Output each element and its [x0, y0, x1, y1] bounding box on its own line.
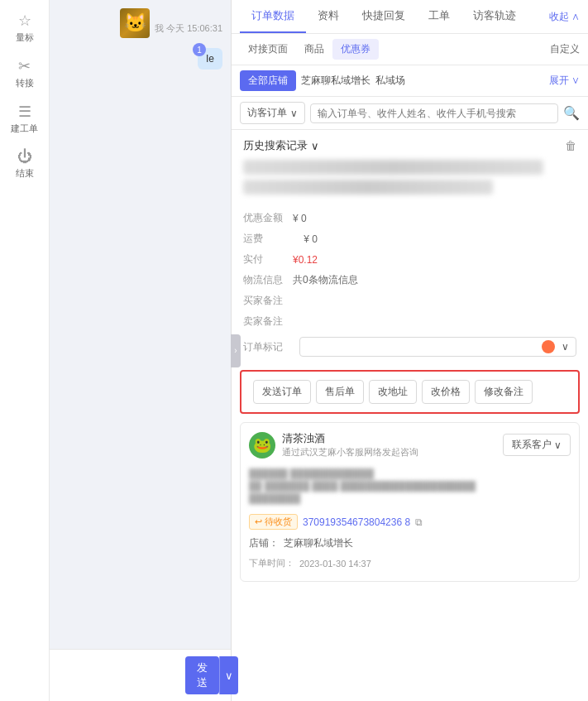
- right-panel: 订单数据 资料 快捷回复 工单 访客轨迹 收起 ∧ 对接页面 商品 优惠券 自定…: [232, 0, 588, 701]
- waiting-badge: ↩ 待收货: [249, 514, 298, 530]
- mark-dot: [542, 340, 555, 353]
- after-sale-button[interactable]: 售后单: [316, 380, 364, 404]
- buyer-note-label: 买家备注: [243, 294, 293, 308]
- order-mark-row: 订单标记 ∨: [243, 332, 576, 362]
- sub-tabs: 对接页面 商品 优惠券 自定义: [232, 34, 588, 65]
- send-button[interactable]: 发送: [185, 656, 219, 694]
- history-title[interactable]: 历史搜索记录 ∨: [243, 138, 319, 153]
- store-tag-sesame[interactable]: 芝麻聊私域增长: [301, 74, 370, 88]
- sidebar-item-transfer[interactable]: ✂ 转接: [0, 52, 49, 94]
- chat-input-area: 发送 ∨: [50, 649, 231, 701]
- message-col: 我 今天 15:06:31: [155, 22, 222, 38]
- waiting-label: 待收货: [265, 516, 292, 528]
- history-record-1: [243, 160, 543, 175]
- subtab-coupon[interactable]: 优惠券: [332, 39, 379, 60]
- history-title-text: 历史搜索记录: [243, 138, 308, 153]
- star-icon: ☆: [18, 12, 31, 30]
- discount-row: 优惠金额 ¥ 0: [243, 208, 576, 228]
- address-line-1: ██████ █████████████: [249, 468, 571, 478]
- frog-icon: 🐸: [249, 432, 275, 459]
- end-icon: ⏻: [17, 148, 32, 166]
- copy-icon[interactable]: ⧉: [415, 516, 423, 528]
- store-description: 通过武汉芝麻小客服网络发起咨询: [282, 446, 418, 459]
- order-info-row: ↩ 待收货 370919354673804236 8 ⧉: [249, 511, 571, 533]
- subtab-goods[interactable]: 商品: [296, 39, 332, 60]
- order-detail-section: 优惠金额 ¥ 0 运费 ¥ 0 实付 ¥0.12 物流信息 共0条物流信息 买家…: [232, 208, 588, 370]
- address-line-3: ████████: [249, 493, 571, 503]
- order-time-label: 下单时间：: [249, 557, 294, 569]
- trash-icon[interactable]: 🗑: [565, 139, 576, 152]
- logistics-value: 共0条物流信息: [293, 273, 358, 287]
- sidebar-item-label: 建工单: [11, 122, 38, 135]
- order-time-row: 下单时间： 2023-01-30 14:37: [249, 554, 571, 573]
- sidebar: ☆ 量标 ✂ 转接 ☰ 建工单 ⏻ 结束: [0, 0, 50, 701]
- tab-order-data[interactable]: 订单数据: [240, 0, 306, 33]
- search-input[interactable]: [310, 103, 558, 123]
- sidebar-item-create-workorder[interactable]: ☰ 建工单: [0, 98, 49, 140]
- buyer-note-row: 买家备注: [243, 290, 576, 311]
- shipping-row: 运费 ¥ 0: [243, 228, 576, 249]
- dropdown-icon: ∨: [290, 108, 298, 119]
- all-stores-button[interactable]: 全部店铺: [240, 70, 296, 91]
- tab-visitor-track[interactable]: 访客轨迹: [461, 0, 528, 33]
- avatar: 🐱: [120, 8, 150, 38]
- seller-note-row: 卖家备注: [243, 311, 576, 332]
- change-price-button[interactable]: 改价格: [422, 380, 470, 404]
- sidebar-item-label: 量标: [16, 31, 34, 44]
- order-number: 370919354673804236 8: [303, 516, 410, 528]
- ie-text: Ie: [206, 53, 214, 65]
- store-tag-private[interactable]: 私域场: [375, 74, 405, 88]
- store-info-left: 🐸 清茶浊酒 通过武汉芝麻小客服网络发起咨询: [249, 431, 418, 459]
- change-note-button[interactable]: 修改备注: [475, 380, 533, 404]
- contact-dropdown-icon: ∨: [554, 439, 562, 451]
- search-icon[interactable]: 🔍: [563, 105, 580, 121]
- action-buttons-row: 发送订单 售后单 改地址 改价格 修改备注: [240, 370, 580, 414]
- contact-customer-button[interactable]: 联系客户 ∨: [503, 434, 571, 456]
- message-bubble: 1 Ie: [198, 48, 222, 70]
- badge-count: 1: [193, 43, 206, 56]
- tab-quick-reply[interactable]: 快捷回复: [351, 0, 417, 33]
- mark-dropdown-icon: ∨: [562, 341, 569, 353]
- actual-pay-label: 实付: [243, 252, 293, 266]
- subtab-docking[interactable]: 对接页面: [240, 39, 296, 60]
- seller-note-label: 卖家备注: [243, 314, 293, 329]
- history-header: 历史搜索记录 ∨ 🗑: [243, 138, 576, 153]
- message-row: 我 今天 15:06:31 🐱: [58, 8, 222, 38]
- order-type-dropdown[interactable]: 访客订单 ∨: [240, 102, 305, 124]
- tab-data[interactable]: 资料: [306, 0, 351, 33]
- order-time-value: 2023-01-30 14:37: [299, 559, 371, 569]
- store-info-text: 清茶浊酒 通过武汉芝麻小客服网络发起咨询: [282, 431, 418, 459]
- search-row: 访客订单 ∨ 🔍: [232, 97, 588, 130]
- store-card-header: 🐸 清茶浊酒 通过武汉芝麻小客服网络发起咨询 联系客户 ∨: [249, 431, 571, 459]
- top-tabs: 订单数据 资料 快捷回复 工单 访客轨迹 收起 ∧: [232, 0, 588, 34]
- store-name-value: 芝麻聊私域增长: [284, 536, 353, 550]
- message-row-badge: 1 Ie: [58, 48, 222, 70]
- store-filter-row: 全部店铺 芝麻聊私域增长 私域场 展开 ∨: [232, 65, 588, 97]
- collapse-button[interactable]: 收起 ∧: [549, 10, 580, 24]
- order-type-label: 访客订单: [247, 106, 287, 120]
- actual-pay-row: 实付 ¥0.12: [243, 249, 576, 270]
- sidebar-item-end[interactable]: ⏻ 结束: [0, 143, 49, 185]
- send-order-button[interactable]: 发送订单: [253, 380, 311, 404]
- mark-dropdown[interactable]: ∨: [299, 337, 576, 357]
- chat-messages: 我 今天 15:06:31 🐱 1 Ie: [50, 0, 231, 649]
- logistics-label: 物流信息: [243, 273, 293, 287]
- address-block: ██████ █████████████ ██ ███████ ████ ███…: [249, 463, 571, 511]
- history-section: 历史搜索记录 ∨ 🗑: [232, 130, 588, 208]
- shipping-label: 运费: [243, 232, 293, 246]
- sidebar-item-star[interactable]: ☆ 量标: [0, 7, 49, 49]
- tab-workorder[interactable]: 工单: [417, 0, 461, 33]
- chat-input[interactable]: [56, 670, 180, 681]
- mark-label: 订单标记: [243, 340, 293, 354]
- create-workorder-icon: ☰: [18, 103, 31, 121]
- discount-label: 优惠金额: [243, 211, 293, 225]
- expand-handle[interactable]: ›: [231, 334, 241, 367]
- logistics-row: 物流信息 共0条物流信息: [243, 270, 576, 290]
- change-address-button[interactable]: 改地址: [369, 380, 417, 404]
- waiting-icon: ↩: [255, 516, 262, 527]
- customize-button[interactable]: 自定义: [550, 42, 580, 56]
- expand-store-button[interactable]: 展开 ∨: [549, 74, 580, 88]
- chat-area: 我 今天 15:06:31 🐱 1 Ie 发送 ∨: [50, 0, 232, 701]
- address-line-2: ██ ███████ ████ █████████████████████: [249, 481, 571, 491]
- discount-value: ¥ 0: [293, 213, 307, 224]
